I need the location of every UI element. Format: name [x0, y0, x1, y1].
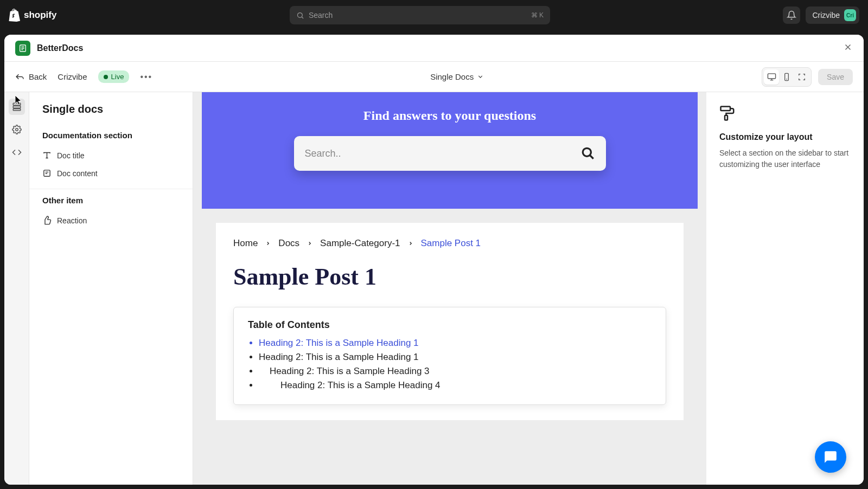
hero-search[interactable]: Search.. [294, 136, 606, 171]
sidebar-group-heading: Other item [42, 196, 180, 205]
crumb-current: Sample Post 1 [421, 238, 481, 249]
preview-article: Home Docs Sample-Category-1 Sample Post … [216, 223, 684, 420]
hero-search-placeholder: Search.. [305, 148, 581, 159]
svg-rect-5 [13, 106, 21, 108]
chevron-down-icon [477, 73, 484, 80]
user-name: Crizvibe [812, 11, 840, 20]
svg-point-9 [583, 148, 591, 156]
crumb-category[interactable]: Sample-Category-1 [320, 238, 400, 249]
back-button[interactable]: Back [15, 72, 47, 81]
thumb-icon [42, 216, 52, 225]
search-shortcut: ⌘ K [531, 11, 544, 19]
cursor-icon [15, 95, 23, 105]
sidebar-item-label: Reaction [57, 216, 87, 225]
sidebar-item-label: Doc content [57, 169, 98, 178]
post-title: Sample Post 1 [233, 263, 666, 291]
chat-icon [824, 450, 838, 464]
rail-settings[interactable] [9, 121, 25, 138]
svg-rect-2 [768, 74, 775, 79]
search-icon [581, 146, 595, 160]
app-name: BetterDocs [37, 43, 843, 53]
type-icon [42, 151, 52, 160]
sidebar-item-label: Doc title [57, 151, 85, 160]
notifications-button[interactable] [783, 7, 800, 24]
nav-rail [4, 92, 29, 485]
note-icon [42, 169, 52, 178]
chevron-right-icon [265, 241, 271, 246]
status-badge: Live [98, 70, 130, 83]
table-of-contents: Table of Contents Heading 2: This is a S… [233, 307, 666, 405]
shopify-topbar: shopify Search ⌘ K Crizvibe Cri [0, 0, 868, 30]
toc-item[interactable]: Heading 2: This is a Sample Heading 1 [259, 336, 652, 350]
right-panel-body: Select a section on the sidebar to start… [719, 147, 851, 170]
app-panel: BetterDocs Back Crizvibe Live ••• Single… [4, 35, 864, 485]
preview-hero: Find answers to your questions Search.. [202, 92, 698, 209]
search-placeholder: Search [309, 11, 531, 20]
more-menu[interactable]: ••• [140, 72, 152, 82]
panel-header: BetterDocs [4, 35, 864, 62]
chevron-right-icon [307, 241, 312, 246]
viewport-mobile[interactable] [779, 69, 794, 85]
sidebar-group-heading: Documentation section [42, 131, 180, 140]
toc-title: Table of Contents [248, 319, 652, 331]
close-button[interactable] [843, 42, 853, 54]
status-label: Live [111, 73, 124, 81]
hero-title: Find answers to your questions [202, 108, 698, 123]
mobile-icon [782, 73, 791, 81]
breadcrumb: Home Docs Sample-Category-1 Sample Post … [233, 238, 666, 249]
svg-point-7 [15, 128, 18, 131]
avatar: Cri [844, 9, 856, 21]
back-icon [15, 72, 24, 81]
toc-item[interactable]: Heading 2: This is a Sample Heading 3 [259, 364, 652, 378]
store-name[interactable]: Crizvibe [58, 72, 87, 81]
bell-icon [787, 10, 796, 20]
sidebar: Single docs Documentation section Doc ti… [29, 92, 193, 485]
svg-rect-6 [13, 109, 21, 111]
sidebar-title: Single docs [29, 103, 193, 124]
page-selector-label: Single Docs [430, 72, 474, 81]
sidebar-item-doc-content[interactable]: Doc content [42, 164, 180, 182]
svg-rect-11 [725, 115, 727, 120]
gear-icon [12, 125, 22, 134]
right-panel: Customize your layout Select a section o… [706, 92, 864, 485]
toc-item[interactable]: Heading 2: This is a Sample Heading 1 [259, 350, 652, 364]
shopify-wordmark: shopify [24, 10, 56, 21]
global-search[interactable]: Search ⌘ K [290, 6, 550, 24]
expand-icon [797, 73, 806, 81]
crumb-home[interactable]: Home [233, 238, 258, 249]
rail-code[interactable] [9, 144, 25, 160]
svg-point-0 [297, 12, 302, 17]
save-button[interactable]: Save [818, 69, 853, 85]
code-icon [12, 147, 22, 157]
close-icon [843, 42, 853, 52]
user-menu[interactable]: Crizvibe Cri [806, 7, 859, 24]
toc-item[interactable]: Heading 2: This is a Sample Heading 4 [259, 378, 652, 393]
shopify-logo[interactable]: shopify [9, 9, 56, 22]
viewport-desktop[interactable] [764, 69, 779, 85]
svg-rect-10 [721, 107, 731, 111]
svg-rect-3 [785, 73, 789, 80]
right-panel-title: Customize your layout [719, 132, 851, 142]
desktop-icon [767, 72, 776, 81]
viewport-fullscreen[interactable] [794, 69, 809, 85]
chat-button[interactable] [815, 441, 846, 473]
shopify-bag-icon [9, 9, 21, 22]
editor-toolbar: Back Crizvibe Live ••• Single Docs Save [4, 62, 864, 92]
viewport-switcher [762, 67, 812, 87]
chevron-right-icon [408, 241, 413, 246]
page-selector[interactable]: Single Docs [152, 72, 762, 81]
status-dot-icon [104, 75, 108, 79]
preview-canvas: Find answers to your questions Search.. … [193, 92, 706, 485]
sidebar-item-reaction[interactable]: Reaction [42, 211, 180, 229]
app-icon [15, 41, 30, 56]
paint-roller-icon [719, 105, 736, 121]
sidebar-item-doc-title[interactable]: Doc title [42, 146, 180, 164]
crumb-docs[interactable]: Docs [278, 238, 299, 249]
search-icon [296, 11, 304, 20]
back-label: Back [29, 72, 47, 81]
